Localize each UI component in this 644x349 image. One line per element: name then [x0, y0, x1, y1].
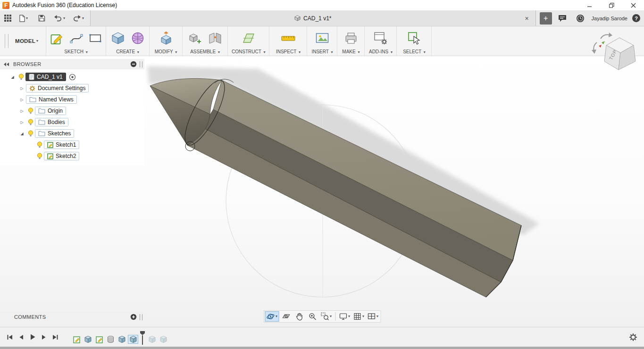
expander-icon[interactable]: ▷: [18, 86, 26, 91]
workspace-switcher[interactable]: MODEL ▾: [10, 26, 46, 56]
create-box-icon[interactable]: [111, 31, 125, 45]
root-expander-icon[interactable]: ◢: [8, 75, 17, 79]
timeline-feature-extrude-icon[interactable]: [83, 335, 92, 343]
timeline-position-marker[interactable]: [140, 331, 145, 345]
create-form-icon[interactable]: [131, 31, 145, 45]
step-back-button[interactable]: [17, 333, 25, 341]
tree-row-document-settings[interactable]: ▷ Document Settings: [0, 83, 144, 94]
visibility-bulb-icon[interactable]: [35, 141, 44, 149]
job-status-button[interactable]: [574, 12, 587, 25]
timeline-feature-extrude-suppressed-icon[interactable]: [159, 335, 168, 343]
step-forward-button[interactable]: [40, 333, 48, 341]
undo-button[interactable]: ▾: [51, 12, 67, 25]
apps-grid-button[interactable]: [2, 12, 14, 25]
close-button[interactable]: [622, 0, 644, 10]
node-origin[interactable]: Origin: [35, 107, 66, 115]
inspect-menu[interactable]: INSPECT ▾: [273, 48, 303, 54]
root-visibility-bulb-icon[interactable]: [17, 74, 25, 81]
node-sketch1[interactable]: Sketch1: [44, 141, 79, 149]
visibility-bulb-icon[interactable]: [26, 108, 35, 115]
viewports-button[interactable]: ▾: [366, 311, 379, 322]
tree-root-row[interactable]: ◢ CAD_1 v1: [0, 71, 144, 83]
tab-close-button[interactable]: ×: [523, 15, 531, 22]
help-button[interactable]: ?: [632, 14, 640, 22]
play-button[interactable]: [28, 333, 37, 341]
user-account-button[interactable]: Jayadip Sarode: [592, 16, 627, 21]
visibility-bulb-icon[interactable]: [35, 153, 44, 160]
comments-button[interactable]: [556, 12, 569, 25]
rectangle-tool-icon[interactable]: [89, 32, 102, 45]
node-named-views[interactable]: Named Views: [26, 95, 77, 104]
visibility-bulb-icon[interactable]: [26, 119, 35, 126]
document-tab[interactable]: CAD_1 v1* ×: [91, 10, 536, 26]
create-sketch-icon[interactable]: [50, 31, 64, 45]
addins-menu[interactable]: ADD-INS ▾: [368, 48, 393, 54]
go-to-start-button[interactable]: [6, 333, 14, 341]
node-sketches[interactable]: Sketches: [35, 129, 74, 138]
minimize-button[interactable]: [579, 0, 601, 10]
timeline-settings-button[interactable]: [629, 333, 644, 341]
expander-icon[interactable]: ▷: [18, 109, 26, 113]
expander-icon[interactable]: ▷: [18, 98, 26, 102]
redo-button[interactable]: ▾: [70, 12, 86, 25]
tree-row-bodies[interactable]: ▷ Bodies: [0, 116, 144, 128]
new-document-button[interactable]: +: [540, 12, 552, 25]
tree-row-named-views[interactable]: ▷ Named Views: [0, 94, 144, 105]
node-document-settings[interactable]: Document Settings: [26, 84, 89, 92]
tree-row-sketch1[interactable]: Sketch1: [0, 139, 144, 150]
insert-menu[interactable]: INSERT ▾: [311, 48, 333, 54]
toolbar-grip[interactable]: [5, 34, 8, 48]
tree-row-origin[interactable]: ▷ Origin: [0, 105, 144, 116]
restore-button[interactable]: [601, 0, 622, 10]
view-cube[interactable]: TOP: [590, 31, 642, 76]
make-3d-print-icon[interactable]: [344, 32, 358, 45]
display-settings-button[interactable]: ▾: [338, 311, 351, 322]
browser-collapse-button[interactable]: [130, 61, 137, 67]
timeline-feature-sketch-icon[interactable]: [72, 335, 81, 343]
measure-icon[interactable]: [281, 31, 296, 45]
select-menu[interactable]: SELECT ▾: [401, 48, 427, 54]
expander-icon[interactable]: ◢: [18, 132, 26, 136]
tree-row-sketch2[interactable]: Sketch2: [0, 150, 144, 162]
go-to-end-button[interactable]: [51, 333, 59, 341]
scripts-addins-icon[interactable]: [374, 31, 388, 45]
timeline-feature-sketch-icon[interactable]: [94, 335, 104, 343]
orbit-button[interactable]: ▾: [265, 311, 279, 322]
new-component-icon[interactable]: [188, 31, 202, 45]
browser-drag-grip[interactable]: [140, 61, 142, 67]
visibility-bulb-icon[interactable]: [26, 130, 35, 137]
timeline-feature-extrude-suppressed-icon[interactable]: [147, 335, 157, 343]
modify-menu[interactable]: MODIFY ▾: [153, 48, 178, 54]
timeline-feature-extrude-icon[interactable]: [128, 335, 138, 343]
construct-plane-icon[interactable]: [242, 31, 256, 45]
file-menu-button[interactable]: ▾: [17, 12, 30, 25]
joint-icon[interactable]: [208, 31, 222, 45]
sketch-menu[interactable]: SKETCH ▾: [50, 48, 102, 54]
create-menu[interactable]: CREATE ▾: [110, 48, 145, 54]
expander-icon[interactable]: ▷: [18, 120, 26, 125]
tree-row-sketches[interactable]: ◢ Sketches: [0, 128, 144, 139]
comments-drag-grip[interactable]: [140, 314, 142, 320]
pan-button[interactable]: [293, 311, 305, 322]
construct-menu[interactable]: CONSTRUCT ▾: [232, 48, 265, 54]
insert-canvas-icon[interactable]: [315, 32, 329, 45]
select-tool-icon[interactable]: [407, 31, 421, 45]
3d-viewport[interactable]: BROWSER ◢ CAD_1 v1: [0, 56, 644, 327]
zoom-window-button[interactable]: ▾: [319, 311, 333, 322]
activate-target-icon[interactable]: [69, 74, 76, 81]
timeline-feature-cylinder-icon[interactable]: [106, 335, 115, 343]
root-node[interactable]: CAD_1 v1: [25, 73, 66, 81]
save-button[interactable]: [36, 12, 48, 25]
grid-display-button[interactable]: ▾: [352, 311, 365, 322]
make-menu[interactable]: MAKE ▾: [341, 48, 360, 54]
look-at-button[interactable]: [280, 311, 292, 322]
timeline-feature-extrude-icon[interactable]: [117, 335, 126, 343]
zoom-button[interactable]: [306, 311, 318, 322]
assemble-menu[interactable]: ASSEMBLE ▾: [186, 48, 224, 54]
node-sketch2[interactable]: Sketch2: [44, 152, 79, 160]
press-pull-icon[interactable]: [159, 31, 173, 45]
comments-expand-button[interactable]: [130, 314, 137, 320]
collapse-chevrons-icon[interactable]: [4, 62, 9, 66]
node-bodies[interactable]: Bodies: [35, 118, 68, 126]
spline-icon[interactable]: [70, 32, 83, 45]
